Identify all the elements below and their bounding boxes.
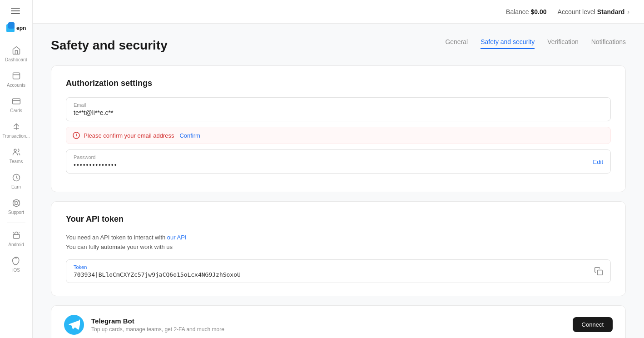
api-token-title: Your API token — [66, 214, 611, 224]
password-value: •••••••••••••• — [74, 161, 603, 169]
telegram-desc: Top up cards, manage teams, get 2-FA and… — [91, 326, 565, 333]
sidebar-item-dashboard[interactable]: Dashboard — [2, 42, 30, 66]
topbar: Balance $0.00 Account level Standard › — [33, 0, 644, 24]
tab-general[interactable]: General — [445, 38, 468, 49]
sidebar: epn Dashboard Accounts — [0, 0, 33, 338]
telegram-name: Telegram Bot — [91, 317, 565, 325]
sidebar-item-cards[interactable]: Cards — [2, 93, 30, 117]
warning-icon — [73, 132, 80, 139]
sidebar-item-label: iOS — [12, 268, 20, 273]
transactions-icon — [11, 122, 21, 132]
sidebar-item-earn[interactable]: Earn — [2, 169, 30, 194]
svg-point-19 — [76, 137, 77, 138]
api-token-card: Your API token You need an API token to … — [51, 201, 626, 296]
android-icon — [11, 230, 21, 240]
sidebar-item-teams[interactable]: Teams — [2, 144, 30, 168]
email-value: te**t@li**e.c** — [74, 109, 603, 116]
tab-notifications[interactable]: Notifications — [591, 38, 626, 49]
copy-token-button[interactable] — [594, 267, 603, 276]
sidebar-item-label: Android — [8, 242, 24, 248]
support-icon — [11, 198, 21, 208]
tab-verification[interactable]: Verification — [547, 38, 578, 49]
telegram-info: Telegram Bot Top up cards, manage teams,… — [91, 317, 565, 333]
api-description: You need an API token to interact with o… — [66, 233, 611, 252]
account-level-value: Standard — [597, 8, 625, 15]
password-label: Password — [74, 154, 603, 160]
sidebar-item-label: Support — [8, 210, 24, 215]
sidebar-item-support[interactable]: Support — [2, 194, 30, 219]
sidebar-item-android[interactable]: Android — [2, 227, 30, 251]
telegram-integration-card: Telegram Bot Top up cards, manage teams,… — [51, 305, 626, 338]
page-header: Safety and security General Safety and s… — [51, 38, 626, 53]
confirm-link[interactable]: Confirm — [179, 132, 200, 139]
svg-rect-20 — [598, 270, 603, 275]
sidebar-item-accounts[interactable]: Accounts — [2, 67, 30, 92]
password-field: Password •••••••••••••• Edit — [66, 149, 611, 174]
token-label: Token — [74, 264, 241, 270]
telegram-icon — [64, 315, 84, 335]
main-wrapper: Balance $0.00 Account level Standard › S… — [33, 0, 644, 338]
page-title: Safety and security — [51, 38, 168, 53]
home-icon — [11, 45, 21, 55]
svg-point-7 — [14, 149, 16, 151]
chevron-right-icon: › — [627, 8, 629, 15]
svg-rect-5 — [12, 99, 20, 104]
email-confirm-alert: Please confirm your email address Confir… — [66, 127, 611, 144]
svg-point-10 — [15, 202, 18, 205]
password-edit-button[interactable]: Edit — [593, 158, 603, 165]
sidebar-item-label: Teams — [10, 159, 23, 164]
content-area: Safety and security General Safety and s… — [33, 24, 644, 338]
account-level-display[interactable]: Account level Standard › — [558, 8, 629, 15]
sidebar-item-label: Accounts — [7, 83, 25, 88]
accounts-icon — [11, 71, 21, 81]
token-field: Token 703934|BLloCmCXYZc57jw9jaCQ6o15oLc… — [66, 259, 611, 283]
sidebar-item-ios[interactable]: iOS — [2, 252, 30, 277]
svg-text:epn: epn — [16, 25, 26, 31]
tab-safety[interactable]: Safety and security — [481, 38, 535, 49]
teams-icon — [11, 147, 21, 157]
api-link[interactable]: our API — [167, 234, 187, 241]
cards-icon — [11, 96, 21, 106]
sidebar-item-transactions[interactable]: Transaction... — [2, 118, 30, 143]
telegram-connect-button[interactable]: Connect — [573, 317, 613, 332]
sidebar-item-label: Cards — [10, 108, 22, 114]
sidebar-item-label: Earn — [11, 184, 21, 190]
apple-icon — [11, 256, 21, 266]
email-label: Email — [74, 102, 603, 108]
balance-display: Balance $0.00 — [506, 8, 547, 15]
sidebar-divider — [7, 223, 25, 223]
token-value: 703934|BLloCmCXYZc57jw9jaCQ6o15oLcx4NG9J… — [74, 271, 241, 278]
tabs-nav: General Safety and security Verification… — [445, 38, 626, 49]
app-logo: epn — [6, 20, 26, 35]
authorization-title: Authorization settings — [66, 79, 611, 88]
sidebar-item-label: Dashboard — [5, 57, 27, 63]
balance-value: $0.00 — [531, 8, 547, 15]
email-field: Email te**t@li**e.c** — [66, 97, 611, 121]
svg-rect-3 — [13, 73, 20, 79]
menu-icon[interactable] — [11, 5, 22, 16]
confirm-message: Please confirm your email address — [84, 132, 174, 139]
svg-rect-1 — [8, 22, 15, 29]
authorization-card: Authorization settings Email te**t@li**e… — [51, 65, 626, 192]
earn-icon — [11, 173, 21, 183]
sidebar-item-label: Transaction... — [2, 134, 30, 139]
